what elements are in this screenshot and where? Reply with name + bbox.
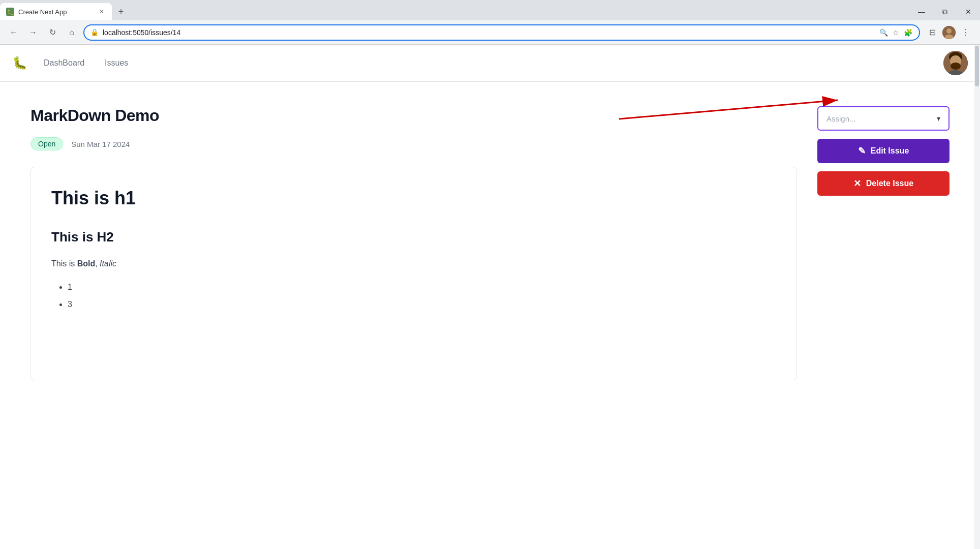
star-icon[interactable]: ☆ — [891, 27, 901, 38]
browser-chrome: 🐛 Create Next App ✕ + — ⧉ ✕ ← → ↻ ⌂ 🔒 lo… — [0, 0, 980, 45]
user-avatar[interactable] — [943, 51, 968, 75]
menu-icon[interactable]: ⋮ — [958, 24, 974, 41]
issue-body: This is h1 This is H2 This is Bold, Ital… — [30, 167, 797, 380]
body-h1: This is h1 — [51, 188, 776, 209]
paragraph-separator: , — [95, 259, 100, 268]
nav-dashboard[interactable]: DashBoard — [44, 56, 84, 70]
nav-links: DashBoard Issues — [44, 56, 128, 70]
browser-profile-avatar[interactable] — [942, 26, 956, 39]
back-button[interactable]: ← — [6, 25, 21, 40]
body-h2: This is H2 — [51, 229, 776, 245]
status-badge: Open — [30, 137, 63, 150]
navbar-right — [943, 51, 968, 75]
delete-issue-button[interactable]: ✕ Delete Issue — [817, 171, 950, 196]
edit-icon: ✎ — [858, 145, 866, 157]
tab-favicon: 🐛 — [6, 8, 14, 16]
delete-icon: ✕ — [853, 178, 861, 189]
body-list: 1 3 — [51, 283, 776, 309]
app-logo: 🐛 — [12, 56, 27, 70]
lock-icon: 🔒 — [90, 28, 99, 36]
sidebar-toggle-icon[interactable]: ⊟ — [924, 24, 940, 41]
svg-point-1 — [946, 28, 952, 34]
issue-main: MarkDown Demo Open Sun Mar 17 2024 This … — [30, 106, 797, 380]
svg-point-6 — [951, 63, 961, 70]
app-navbar: 🐛 DashBoard Issues — [0, 45, 980, 81]
extensions-icon[interactable]: 🧩 — [903, 27, 913, 38]
issue-meta: Open Sun Mar 17 2024 — [30, 137, 797, 150]
refresh-button[interactable]: ↻ — [45, 25, 60, 40]
maximize-button[interactable]: ⧉ — [933, 3, 957, 20]
list-item: 1 — [68, 283, 776, 292]
issue-sidebar: Assign... ▾ ✎ Edit Issue ✕ Delete Issue — [817, 106, 950, 380]
scrollbar-thumb[interactable] — [975, 46, 979, 86]
browser-toolbar: ← → ↻ ⌂ 🔒 localhost:5050/issues/14 🔍 ☆ 🧩… — [0, 20, 980, 45]
address-bar[interactable]: 🔒 localhost:5050/issues/14 🔍 ☆ 🧩 — [83, 24, 920, 41]
home-button[interactable]: ⌂ — [64, 25, 79, 40]
main-content: MarkDown Demo Open Sun Mar 17 2024 This … — [0, 82, 980, 405]
browser-tab-bar: 🐛 Create Next App ✕ + — ⧉ ✕ — [0, 0, 980, 20]
body-paragraph: This is Bold, Italic — [51, 257, 776, 270]
bug-icon: 🐛 — [12, 56, 27, 70]
chevron-down-icon: ▾ — [937, 114, 940, 123]
minimize-button[interactable]: — — [910, 3, 933, 20]
paragraph-prefix: This is — [51, 259, 77, 268]
toolbar-right: ⊟ ⋮ — [924, 24, 974, 41]
tab-close-button[interactable]: ✕ — [98, 8, 106, 16]
zoom-icon[interactable]: 🔍 — [878, 27, 889, 38]
delete-issue-label: Delete Issue — [866, 179, 913, 188]
close-button[interactable]: ✕ — [957, 3, 980, 20]
vertical-scrollbar[interactable] — [974, 45, 980, 549]
bold-text: Bold — [77, 259, 96, 268]
nav-issues[interactable]: Issues — [105, 56, 128, 70]
address-bar-actions: 🔍 ☆ 🧩 — [878, 27, 913, 38]
italic-text: Italic — [100, 259, 116, 268]
issue-title: MarkDown Demo — [30, 106, 797, 125]
browser-tab-active[interactable]: 🐛 Create Next App ✕ — [0, 3, 112, 20]
window-controls: — ⧉ ✕ — [910, 3, 980, 20]
url-text: localhost:5050/issues/14 — [103, 28, 874, 37]
assign-placeholder: Assign... — [826, 114, 933, 123]
list-item: 3 — [68, 300, 776, 309]
new-tab-button[interactable]: + — [114, 5, 128, 19]
assign-dropdown[interactable]: Assign... ▾ — [817, 106, 950, 131]
edit-issue-label: Edit Issue — [871, 146, 909, 156]
tab-title: Create Next App — [18, 8, 94, 16]
issue-date: Sun Mar 17 2024 — [71, 140, 130, 148]
forward-button[interactable]: → — [25, 25, 41, 40]
edit-issue-button[interactable]: ✎ Edit Issue — [817, 139, 950, 163]
